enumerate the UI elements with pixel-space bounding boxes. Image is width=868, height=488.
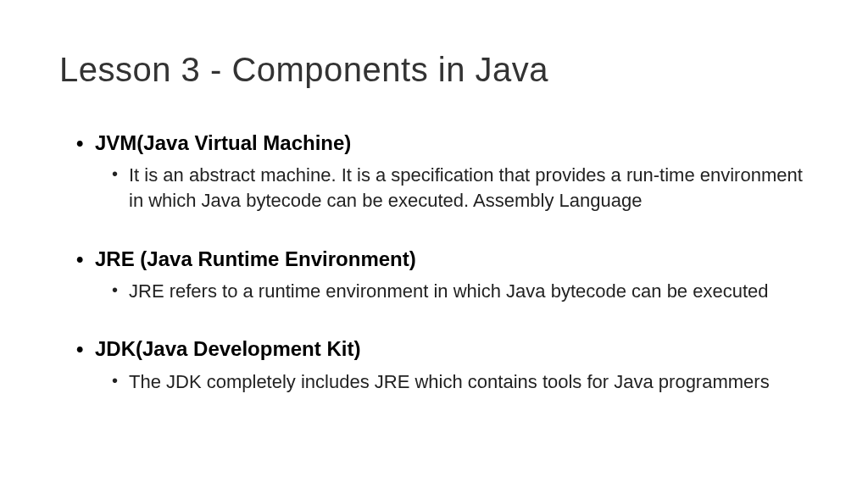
bullet-heading: JDK(Java Development Kit) [76,336,809,362]
bullet-description: The JDK completely includes JRE which co… [76,369,805,395]
bullet-description: JRE refers to a runtime environment in w… [76,279,805,304]
bullet-item-jdk: JDK(Java Development Kit) The JDK comple… [76,336,809,394]
bullet-heading: JVM(Java Virtual Machine) [76,130,809,156]
bullet-item-jre: JRE (Java Runtime Environment) JRE refer… [76,246,809,304]
bullet-description: It is an abstract machine. It is a speci… [76,163,805,213]
slide-title: Lesson 3 - Components in Java [59,51,809,89]
bullet-item-jvm: JVM(Java Virtual Machine) It is an abstr… [76,130,809,214]
slide-content: JVM(Java Virtual Machine) It is an abstr… [59,130,809,394]
bullet-heading: JRE (Java Runtime Environment) [76,246,809,272]
